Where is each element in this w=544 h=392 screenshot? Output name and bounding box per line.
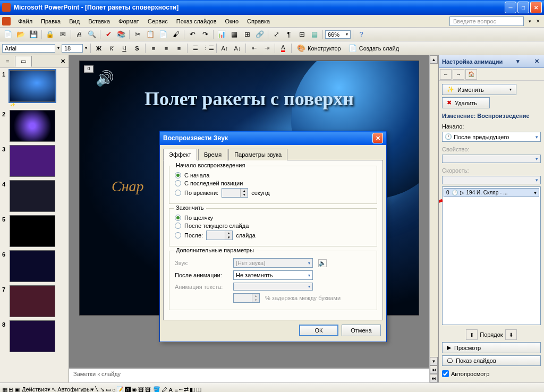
menu-help[interactable]: Справка bbox=[243, 17, 274, 25]
app-icon[interactable] bbox=[2, 17, 11, 25]
chart-icon[interactable]: 📊 bbox=[216, 29, 227, 40]
align-left-icon[interactable]: ≡ bbox=[148, 42, 159, 54]
dialog-close-button[interactable]: ✕ bbox=[372, 133, 383, 143]
wordart-icon[interactable]: 🅰 bbox=[125, 387, 131, 393]
diagram-icon[interactable]: ◉ bbox=[132, 386, 137, 392]
slide-title[interactable]: Полет ракеты с поверхн bbox=[144, 88, 354, 110]
radio-from-last[interactable] bbox=[175, 180, 181, 186]
cancel-button[interactable]: Отмена bbox=[342, 325, 381, 336]
thumbnail-6[interactable] bbox=[10, 250, 55, 282]
thumbnail-5[interactable] bbox=[10, 215, 55, 247]
slide-subtitle[interactable]: Снар bbox=[112, 178, 144, 195]
delete-effect-button[interactable]: ✖Удалить bbox=[442, 97, 490, 108]
expand-icon[interactable]: ⤢ bbox=[270, 29, 282, 40]
undo-icon[interactable]: ↶ bbox=[186, 29, 198, 40]
font-combo[interactable]: Arial bbox=[2, 44, 55, 53]
menu-view[interactable]: Вид bbox=[65, 17, 84, 25]
font-color-icon-2[interactable]: A bbox=[168, 387, 172, 393]
scroll-down-icon[interactable]: ▼ bbox=[430, 357, 438, 365]
move-up-icon[interactable]: ⬆ bbox=[466, 329, 478, 340]
decrease-indent-icon[interactable]: ⇤ bbox=[248, 42, 260, 54]
menu-insert[interactable]: Вставка bbox=[84, 17, 114, 25]
print-icon[interactable]: 🖨 bbox=[73, 29, 85, 40]
start-select[interactable]: 🕐 После предыдущего▾ bbox=[442, 132, 541, 142]
nav-back-icon[interactable]: ← bbox=[440, 69, 452, 80]
thumbnails-list[interactable]: 1✨ 2 3 4 5 6 7 8 bbox=[0, 68, 69, 382]
shadow-icon[interactable]: S bbox=[131, 42, 143, 54]
underline-icon[interactable]: Ч bbox=[118, 42, 130, 54]
picture-icon[interactable]: 🖼 bbox=[145, 387, 151, 393]
thumbnail-8[interactable] bbox=[10, 320, 55, 352]
outline-tab[interactable]: ≡ bbox=[0, 56, 15, 67]
radio-from-begin[interactable] bbox=[175, 172, 181, 178]
animation-list-item[interactable]: 0 🕐 ▷ 194 И. Скляр - ... ▾ bbox=[444, 188, 539, 197]
thumbnail-3[interactable] bbox=[10, 145, 55, 177]
hyperlink-icon[interactable]: 🔗 bbox=[254, 29, 266, 40]
grid-icon[interactable]: ⊞ bbox=[296, 29, 308, 40]
panel-close-icon[interactable]: ✕ bbox=[57, 58, 69, 65]
shadow-style-icon[interactable]: ◧ bbox=[190, 386, 195, 392]
thumbnail-2[interactable] bbox=[10, 110, 55, 142]
autopreview-checkbox[interactable] bbox=[442, 370, 449, 377]
doc-close-button[interactable]: ✕ bbox=[534, 18, 542, 25]
increase-font-icon[interactable]: A↑ bbox=[219, 42, 231, 54]
animation-list[interactable]: 0 🕐 ▷ 194 И. Скляр - ... ▾ bbox=[442, 186, 541, 325]
textbox-icon[interactable]: 📝 bbox=[116, 386, 124, 392]
line-icon[interactable]: ╲ bbox=[95, 386, 99, 392]
select-icon[interactable]: ↖ bbox=[52, 386, 56, 392]
show-formatting-icon[interactable]: ¶ bbox=[283, 29, 295, 40]
autoshapes-menu[interactable]: Автофигуры▾ bbox=[57, 386, 94, 392]
align-right-icon[interactable]: ≡ bbox=[173, 42, 185, 54]
preview-button[interactable]: ▶Просмотр bbox=[442, 342, 541, 353]
tab-timing[interactable]: Время bbox=[198, 149, 227, 160]
slides-tab[interactable]: ▭ bbox=[15, 56, 32, 67]
next-slide-icon[interactable]: ⏭ bbox=[430, 374, 438, 382]
bold-icon[interactable]: Ж bbox=[93, 42, 105, 54]
radio-stop-current[interactable] bbox=[175, 223, 181, 229]
clipart-icon[interactable]: 🖼 bbox=[138, 387, 144, 393]
color-icon[interactable]: ▤ bbox=[309, 29, 320, 40]
close-button[interactable]: ✕ bbox=[530, 2, 542, 13]
zoom-combo[interactable]: 66%▾ bbox=[325, 30, 351, 39]
tables-borders-icon[interactable]: ⊞ bbox=[241, 29, 253, 40]
notes-pane[interactable]: Заметки к слайду bbox=[69, 368, 429, 382]
radio-by-time[interactable] bbox=[175, 190, 181, 196]
cut-icon[interactable]: ✂ bbox=[132, 29, 143, 40]
rectangle-icon[interactable]: ▭ bbox=[106, 386, 111, 392]
preview-icon[interactable]: 🔍 bbox=[86, 29, 98, 40]
menu-tools[interactable]: Сервис bbox=[143, 17, 172, 25]
3d-style-icon[interactable]: ◫ bbox=[196, 386, 201, 392]
design-button[interactable]: 🎨Конструктор bbox=[294, 44, 344, 53]
view-normal-icon[interactable]: ▦ bbox=[2, 386, 7, 392]
line-color-icon[interactable]: 🖊 bbox=[162, 387, 167, 393]
taskpane-dropdown-icon[interactable]: ▾ bbox=[516, 58, 520, 65]
font-color-icon[interactable]: A bbox=[277, 42, 289, 54]
actions-menu[interactable]: Действия▾ bbox=[22, 386, 50, 392]
view-sorter-icon[interactable]: ⊞ bbox=[8, 386, 13, 392]
thumbnail-7[interactable] bbox=[10, 285, 55, 317]
taskpane-close-icon[interactable]: ✕ bbox=[533, 58, 541, 65]
ok-button[interactable]: ОК bbox=[299, 325, 338, 336]
after-animation-combo[interactable]: Не затемнять▾ bbox=[233, 270, 313, 280]
prev-slide-icon[interactable]: ⏮ bbox=[430, 365, 438, 374]
email-icon[interactable]: ✉ bbox=[57, 29, 69, 40]
oval-icon[interactable]: ○ bbox=[112, 387, 116, 393]
view-slideshow-icon[interactable]: ▣ bbox=[14, 386, 20, 392]
question-dropdown[interactable]: ▾ bbox=[526, 18, 533, 25]
change-effect-button[interactable]: ✨Изменить▾ bbox=[442, 84, 516, 95]
spellcheck-icon[interactable]: ✔ bbox=[103, 29, 114, 40]
menu-edit[interactable]: Правка bbox=[37, 17, 65, 25]
dash-style-icon[interactable]: ┅ bbox=[179, 386, 183, 392]
radio-stop-click[interactable] bbox=[175, 215, 181, 221]
open-icon[interactable]: 📂 bbox=[15, 29, 27, 40]
arrow-icon[interactable]: ↘ bbox=[100, 386, 105, 392]
nav-forward-icon[interactable]: → bbox=[453, 69, 464, 80]
tab-sound-params[interactable]: Параметры звука bbox=[228, 149, 287, 160]
increase-indent-icon[interactable]: ⇥ bbox=[261, 42, 273, 54]
table-icon[interactable]: ▦ bbox=[228, 29, 240, 40]
italic-icon[interactable]: К bbox=[106, 42, 117, 54]
menu-slideshow[interactable]: Показ слайдов bbox=[172, 17, 221, 25]
tab-effect[interactable]: Эффект bbox=[163, 149, 197, 160]
speaker-button[interactable]: 🔈 bbox=[318, 259, 327, 267]
fill-color-icon[interactable]: 🪣 bbox=[153, 386, 160, 392]
